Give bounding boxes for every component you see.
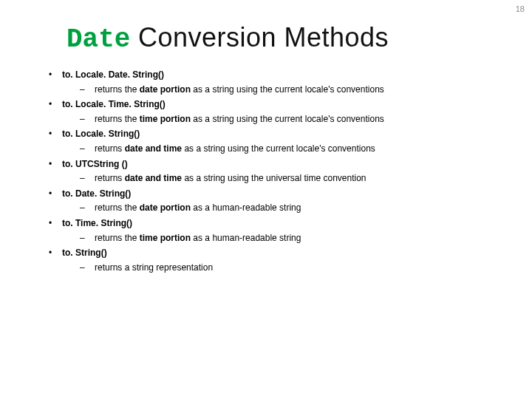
list-subitem: returns the date portion as a string usi…: [44, 83, 510, 97]
list-subitem: returns date and time as a string using …: [44, 171, 510, 185]
list-item: to. Locale. Time. String(): [44, 98, 510, 112]
list-subitem: returns the time portion as a string usi…: [44, 112, 510, 126]
list-subitem: returns a string representation: [44, 261, 510, 275]
list-item: to. Locale. String(): [44, 127, 510, 141]
list-item: to. String(): [44, 246, 510, 260]
title-highlight: Date: [66, 24, 130, 55]
list-item: to. UTCString (): [44, 157, 510, 171]
list-item: to. Date. String(): [44, 187, 510, 201]
title-rest: Conversion Methods: [130, 22, 389, 52]
list-item: to. Time. String(): [44, 216, 510, 231]
slide-number: 18: [516, 4, 525, 13]
list-subitem: returns the date portion as a human-read…: [44, 201, 510, 215]
slide-title: Date Conversion Methods: [66, 22, 532, 55]
list-subitem: returns date and time as a string using …: [44, 142, 510, 156]
list-item: to. Locale. Date. String(): [44, 68, 510, 82]
content-area: to. Locale. Date. String() returns the d…: [44, 68, 510, 274]
list-subitem: returns the time portion as a human-read…: [44, 231, 510, 245]
